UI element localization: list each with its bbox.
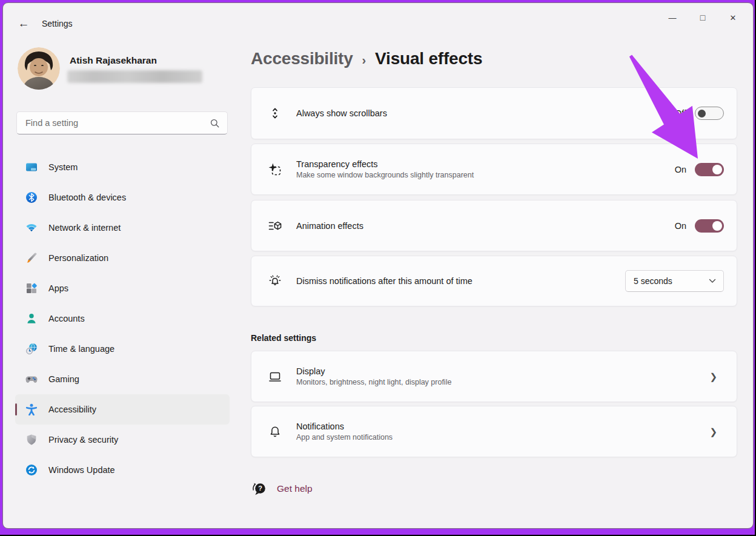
- sidebar-item-label: Gaming: [48, 374, 79, 384]
- profile-name: Atish Rajasekharan: [70, 55, 157, 66]
- chevron-right-icon: ❯: [709, 371, 717, 382]
- toggle-knob: [698, 110, 706, 117]
- transparency-effects-icon: [268, 162, 282, 177]
- dismiss-time-dropdown[interactable]: 5 seconds: [625, 270, 724, 292]
- scrollbars-icon: [268, 106, 282, 121]
- minimize-icon: —: [669, 13, 677, 22]
- setting-row-animation: Animation effects On: [251, 200, 737, 251]
- search-icon: [210, 118, 220, 128]
- toggle-state-label: Off: [675, 108, 686, 118]
- close-button[interactable]: ✕: [718, 8, 748, 27]
- setting-title: Animation effects: [296, 221, 675, 231]
- search-input[interactable]: [25, 118, 210, 128]
- toggle-knob: [712, 165, 722, 174]
- personalization-icon: [25, 252, 38, 264]
- sidebar-item-gaming[interactable]: Gaming: [15, 364, 230, 394]
- sidebar-item-label: Time & language: [48, 344, 114, 354]
- sidebar-item-label: System: [48, 162, 78, 172]
- sidebar-item-label: Bluetooth & devices: [48, 193, 126, 202]
- sidebar-item-label: Windows Update: [48, 465, 115, 475]
- sidebar-item-label: Personalization: [48, 253, 108, 263]
- sidebar-item-apps[interactable]: Apps: [15, 273, 230, 303]
- accessibility-icon: [25, 403, 38, 415]
- animation-toggle[interactable]: [695, 219, 724, 233]
- related-title: Display: [296, 366, 709, 376]
- breadcrumb-parent[interactable]: Accessibility: [251, 49, 353, 68]
- sidebar-item-label: Privacy & security: [48, 435, 118, 445]
- related-row-notifications[interactable]: Notifications App and system notificatio…: [251, 406, 737, 457]
- sidebar-nav: System Bluetooth & devices: [15, 152, 230, 485]
- sidebar-item-label: Apps: [48, 283, 68, 293]
- setting-row-scrollbars: Always show scrollbars Off: [251, 87, 737, 139]
- toggle-knob: [712, 221, 722, 231]
- sidebar-item-accounts[interactable]: Accounts: [15, 303, 230, 334]
- search-box: [16, 111, 228, 134]
- privacy-icon: [25, 434, 38, 446]
- avatar: [18, 47, 60, 90]
- back-button[interactable]: ←: [13, 13, 35, 35]
- maximize-icon: □: [700, 13, 705, 22]
- display-icon: [268, 369, 282, 384]
- related-settings-heading: Related settings: [251, 333, 316, 343]
- related-row-display[interactable]: Display Monitors, brightness, night ligh…: [251, 351, 737, 402]
- window-title: Settings: [42, 19, 73, 28]
- minimize-button[interactable]: —: [657, 8, 688, 27]
- maximize-button[interactable]: □: [688, 8, 718, 27]
- setting-description: Make some window backgrounds slightly tr…: [296, 171, 675, 179]
- close-icon: ✕: [730, 13, 737, 22]
- dismiss-notifications-icon: [268, 274, 282, 288]
- notifications-bell-icon: [268, 425, 282, 439]
- network-icon: [25, 222, 38, 234]
- sidebar-item-bluetooth[interactable]: Bluetooth & devices: [15, 182, 230, 213]
- settings-window: ← Settings — □ ✕ Atish Rajasekharan: [2, 2, 754, 529]
- sidebar-item-windows-update[interactable]: Windows Update: [15, 455, 230, 485]
- sidebar-item-label: Accessibility: [48, 405, 96, 414]
- transparency-toggle[interactable]: [695, 163, 724, 176]
- sidebar-item-accessibility[interactable]: Accessibility: [15, 394, 230, 425]
- animation-effects-icon: [268, 219, 282, 233]
- setting-title: Transparency effects: [296, 159, 675, 169]
- sidebar-item-system[interactable]: System: [15, 152, 230, 182]
- setting-title: Dismiss notifications after this amount …: [296, 276, 625, 286]
- scrollbars-toggle[interactable]: [695, 107, 724, 120]
- svg-text:?: ?: [258, 485, 262, 492]
- get-help-label: Get help: [277, 483, 313, 494]
- system-icon: [25, 161, 38, 173]
- time-language-icon: [25, 343, 38, 355]
- sidebar-item-time-language[interactable]: Time & language: [15, 334, 230, 364]
- sidebar-item-network[interactable]: Network & internet: [15, 213, 230, 243]
- toggle-state-label: On: [675, 165, 686, 174]
- breadcrumb-separator-icon: ›: [362, 53, 366, 67]
- sidebar-item-label: Accounts: [48, 314, 85, 323]
- sidebar-item-privacy[interactable]: Privacy & security: [15, 425, 230, 455]
- page-title: Visual effects: [375, 49, 482, 68]
- breadcrumb: Accessibility › Visual effects: [251, 49, 482, 68]
- toggle-state-label: On: [675, 221, 686, 231]
- apps-icon: [25, 282, 38, 294]
- get-help-link[interactable]: ? Get help: [251, 480, 313, 497]
- windows-update-icon: [25, 464, 38, 476]
- chevron-down-icon: [709, 279, 716, 283]
- window-controls: — □ ✕: [657, 8, 748, 27]
- setting-title: Always show scrollbars: [296, 108, 675, 118]
- sidebar-item-label: Network & internet: [48, 223, 121, 233]
- related-description: App and system notifications: [296, 433, 709, 442]
- gaming-icon: [25, 373, 38, 385]
- related-description: Monitors, brightness, night light, displ…: [296, 378, 709, 386]
- setting-row-transparency: Transparency effects Make some window ba…: [251, 144, 737, 195]
- get-help-icon: ?: [251, 480, 268, 497]
- accounts-icon: [25, 313, 38, 325]
- bluetooth-icon: [25, 191, 38, 203]
- related-title: Notifications: [296, 422, 709, 431]
- back-arrow-icon: ←: [18, 17, 30, 30]
- chevron-right-icon: ❯: [709, 426, 717, 437]
- dropdown-value: 5 seconds: [634, 276, 672, 286]
- sidebar-item-personalization[interactable]: Personalization: [15, 243, 230, 273]
- setting-row-dismiss-notifications: Dismiss notifications after this amount …: [251, 256, 737, 306]
- email-redacted: [67, 70, 202, 83]
